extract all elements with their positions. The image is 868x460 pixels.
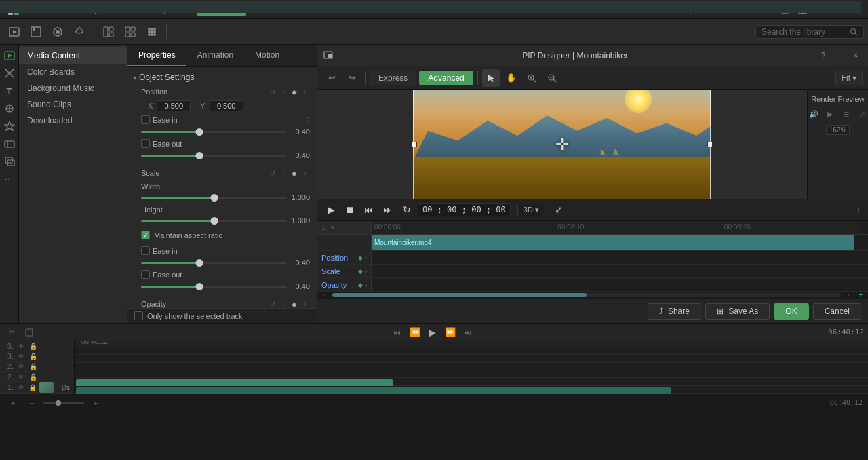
- ease-in-checkbox[interactable]: [141, 115, 150, 124]
- render-expand-icon[interactable]: ⤢: [856, 107, 869, 121]
- clip-1b[interactable]: [76, 387, 671, 394]
- ok-button[interactable]: OK: [774, 303, 808, 320]
- grid-icon[interactable]: [120, 22, 140, 42]
- sidebar-media-icon[interactable]: [1, 47, 18, 64]
- express-button[interactable]: Express: [370, 71, 416, 85]
- position-reset-icon[interactable]: ↺: [268, 87, 277, 96]
- position-arrow-right-icon[interactable]: ›: [300, 87, 310, 96]
- media-icon[interactable]: [4, 22, 24, 42]
- opacity-arrow-left-icon[interactable]: ‹: [279, 299, 288, 308]
- search-input[interactable]: [762, 27, 850, 37]
- track-vis-2b[interactable]: 👁: [16, 372, 26, 381]
- tl-step-back-btn[interactable]: ⏪: [408, 325, 422, 340]
- pip-hand-tool[interactable]: ✋: [502, 69, 520, 87]
- scale-diamond-icon[interactable]: ◆: [290, 168, 299, 178]
- tab-properties[interactable]: Properties: [127, 45, 186, 66]
- scale-ease-out-thumb[interactable]: [196, 283, 203, 290]
- pip-redo-btn[interactable]: ↪: [343, 69, 361, 87]
- scale-ease-out-slider[interactable]: [141, 286, 287, 288]
- position-arrow-left-icon[interactable]: ‹: [279, 87, 288, 96]
- record-icon[interactable]: [47, 22, 68, 42]
- track-lock-3b[interactable]: 🔒: [28, 351, 38, 361]
- tab-animation[interactable]: Animation: [186, 45, 244, 66]
- pip-loop-button[interactable]: ↻: [399, 202, 415, 218]
- sidebar-more-icon[interactable]: ···: [1, 171, 18, 187]
- pip-main-clip[interactable]: Mountainbiker.mp4: [372, 235, 854, 250]
- track-lock-1a[interactable]: 🔒: [28, 383, 37, 392]
- pip-3d-btn[interactable]: 3D ▾: [517, 204, 545, 216]
- apps-icon[interactable]: [142, 22, 162, 42]
- only-track-checkbox[interactable]: [134, 311, 143, 320]
- select-tool[interactable]: [26, 22, 46, 42]
- opacity-diamond-icon[interactable]: ◆: [290, 299, 299, 308]
- audio-icon[interactable]: [69, 22, 90, 42]
- scale-ease-in-slider[interactable]: [141, 262, 287, 264]
- scale-reset-icon[interactable]: ↺: [268, 168, 277, 178]
- position-diamond-icon[interactable]: ◆: [290, 87, 299, 96]
- scale-ease-in-checkbox[interactable]: [141, 246, 150, 255]
- tl-step-fwd-btn[interactable]: ⏩: [443, 325, 458, 340]
- x-value-input[interactable]: [157, 100, 191, 111]
- ease-out-thumb[interactable]: [196, 152, 203, 159]
- track-lock-3a[interactable]: 🔒: [28, 341, 38, 351]
- track-vis-2a[interactable]: 👁: [16, 362, 26, 371]
- library-item-color[interactable]: Color Boards: [19, 64, 127, 80]
- bottom-zoom-plus-btn[interactable]: +: [88, 396, 103, 410]
- scale-height-thumb[interactable]: [210, 217, 218, 225]
- render-play-icon[interactable]: ▶: [823, 107, 837, 121]
- tl-cut-icon[interactable]: ✂: [4, 325, 19, 340]
- share-button[interactable]: ⤴ Share: [648, 303, 701, 320]
- track-vis-1a[interactable]: 👁: [16, 383, 25, 392]
- ease-out-checkbox[interactable]: [141, 139, 150, 148]
- tl-play-btn[interactable]: ▶: [425, 325, 440, 340]
- track-lock-2b[interactable]: 🔒: [28, 372, 38, 381]
- pip-fullscreen-btn[interactable]: ⤢: [551, 202, 567, 218]
- sidebar-overlay-icon[interactable]: [1, 153, 18, 170]
- scale-arrow-right-icon[interactable]: ›: [300, 168, 310, 178]
- pip-stop-button[interactable]: ⏹: [342, 202, 358, 218]
- sidebar-effects-icon[interactable]: [1, 118, 18, 134]
- tl-skip-start-btn[interactable]: ⏮: [390, 325, 405, 340]
- sidebar-filter-icon[interactable]: [1, 100, 18, 117]
- pip-screenshot-btn[interactable]: ⊞: [849, 203, 863, 216]
- render-audio-icon[interactable]: 🔊: [807, 107, 821, 121]
- library-item-bgmusic[interactable]: Background Music: [19, 80, 127, 96]
- dialog-close-btn[interactable]: ×: [849, 49, 863, 62]
- advanced-button[interactable]: Advanced: [419, 71, 473, 85]
- ease-in-help-icon[interactable]: ?: [306, 116, 310, 124]
- scale-ease-in-thumb[interactable]: [196, 259, 203, 267]
- zoom-thumb[interactable]: [56, 400, 61, 406]
- opacity-arrow-right-icon[interactable]: ›: [300, 299, 310, 308]
- library-item-sound[interactable]: Sound Clips: [19, 96, 127, 113]
- render-layout-icon[interactable]: ⊞: [840, 107, 853, 121]
- bottom-zoom-minus-btn[interactable]: −: [24, 396, 39, 410]
- sidebar-cut-icon[interactable]: [1, 65, 18, 81]
- sidebar-text-icon[interactable]: T: [1, 83, 18, 99]
- fit-button[interactable]: Fit ▾: [835, 71, 863, 85]
- scale-ease-out-checkbox[interactable]: [141, 270, 150, 279]
- bottom-add-btn[interactable]: +: [5, 396, 20, 410]
- section-object-settings[interactable]: ▾ Object Settings: [127, 70, 317, 85]
- y-value-input[interactable]: [210, 100, 243, 111]
- ease-in-thumb[interactable]: [196, 128, 203, 136]
- pip-step-fwd-button[interactable]: ⏭: [380, 202, 396, 218]
- library-item-media[interactable]: Media Content: [19, 47, 127, 64]
- track-vis-3b[interactable]: 👁: [16, 351, 26, 361]
- layout-icon[interactable]: [98, 22, 119, 42]
- pip-play-button[interactable]: ▶: [323, 202, 339, 218]
- cancel-button[interactable]: Cancel: [813, 303, 861, 320]
- tab-motion[interactable]: Motion: [244, 45, 290, 66]
- pip-cursor-tool[interactable]: [482, 69, 500, 87]
- dialog-maximize-btn[interactable]: □: [833, 49, 846, 62]
- dialog-help-btn[interactable]: ?: [816, 49, 830, 62]
- ease-in-slider[interactable]: [141, 131, 287, 133]
- pip-undo-btn[interactable]: ↩: [323, 69, 340, 87]
- pip-zoom-in-tool[interactable]: [523, 69, 540, 87]
- opacity-reset-icon[interactable]: ↺: [268, 299, 277, 308]
- scale-arrow-left-icon[interactable]: ‹: [279, 168, 288, 178]
- save-as-button[interactable]: ⊞ Save As: [705, 303, 770, 320]
- track-vis-3a[interactable]: 👁: [16, 341, 26, 351]
- pip-zoom-out-tool[interactable]: [543, 69, 561, 87]
- pip-scroll-track[interactable]: [332, 293, 841, 297]
- scale-height-slider[interactable]: [141, 220, 287, 222]
